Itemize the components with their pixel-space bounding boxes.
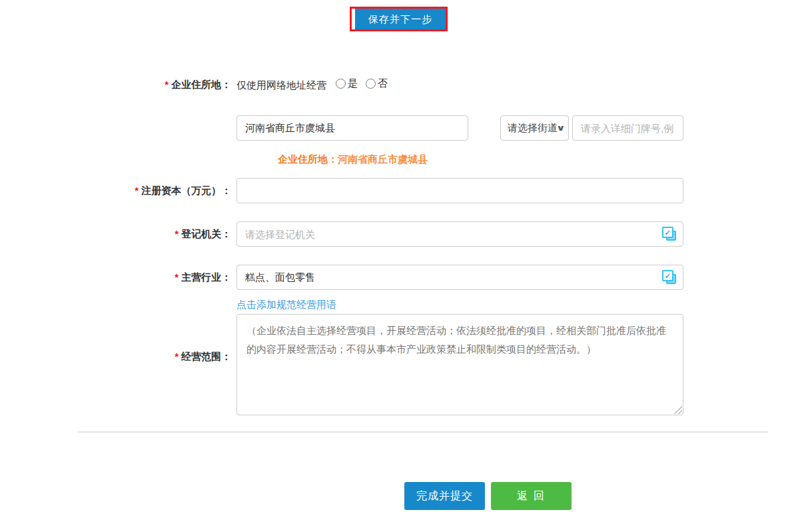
web-only-choice: 仅使用网络地址经营是否 [236,77,683,92]
web-only-yes-label: 是 [348,77,358,90]
address-tip-value: 河南省商丘市虞城县 [338,153,428,165]
add-standard-terms-link[interactable]: 点击添加规范经营用语 [236,298,336,311]
row-enterprise-address: *企业住所地： 仅使用网络地址经营是否 [0,77,812,93]
registration-authority-label: *登记机关： [0,228,236,241]
radio-group-no: 否 [366,77,388,90]
registered-capital-input[interactable] [236,178,683,203]
row-address-tip: 企业住所地：河南省商丘市虞城县 [0,153,812,166]
row-address-inputs: 请选择街道∨ [0,115,812,141]
finish-and-submit-button[interactable]: 完成并提交 [404,482,485,510]
enterprise-address-label: *企业住所地： [0,79,236,91]
industry-picker-icon[interactable]: ✓ [662,270,677,285]
required-asterisk: * [165,79,169,90]
web-only-no-label: 否 [378,77,388,90]
registration-authority-input[interactable] [236,221,683,247]
street-select-value: 请选择街道 [508,122,558,135]
business-scope-textarea[interactable]: （企业依法自主选择经营项目，开展经营活动；依法须经批准的项目，经相关部门批准后依… [236,314,683,415]
click-highlight-annotation: 保存并下一步 [350,7,448,31]
back-button[interactable]: 返 回 [491,482,572,510]
address-tip: 企业住所地：河南省商丘市虞城县 [278,153,683,166]
chevron-down-icon: ∨ [556,123,566,133]
footer-action-bar: 完成并提交 返 回 [404,482,812,510]
registered-capital-label: *注册资本（万元）： [0,185,236,197]
row-registration-authority: *登记机关： ✓ [0,221,812,247]
row-registered-capital: *注册资本（万元）： [0,178,812,203]
required-asterisk: * [175,228,179,239]
street-select[interactable]: 请选择街道∨ [500,115,569,141]
picker-check-icon: ✓ [662,227,673,238]
business-scope-label: *经营范围： [0,351,236,363]
top-action-bar: 保存并下一步 [350,7,812,31]
address-tip-label: 企业住所地： [278,153,338,165]
row-main-industry: *主营行业： ✓ [0,265,812,290]
authority-picker-icon[interactable]: ✓ [662,227,677,242]
main-industry-label: *主营行业： [0,271,236,284]
picker-check-icon: ✓ [662,270,673,281]
save-and-next-button[interactable]: 保存并下一步 [355,9,446,29]
required-asterisk: * [135,185,139,196]
web-only-yes-radio[interactable] [336,79,346,89]
web-only-text: 仅使用网络地址经营 [236,79,326,91]
web-only-no-radio[interactable] [366,79,376,89]
required-asterisk: * [175,271,179,283]
required-asterisk: * [175,351,179,362]
address-detail-input[interactable] [572,115,683,141]
main-industry-input[interactable] [236,265,683,290]
radio-group-yes: 是 [336,77,358,90]
business-registration-form: *企业住所地： 仅使用网络地址经营是否 请选择街道∨ 企业住所地：河南省商丘市虞… [0,77,812,415]
region-input[interactable] [236,115,468,141]
row-business-scope: *经营范围： 点击添加规范经营用语 （企业依法自主选择经营项目，开展经营活动；依… [0,298,812,415]
section-divider [78,431,768,433]
